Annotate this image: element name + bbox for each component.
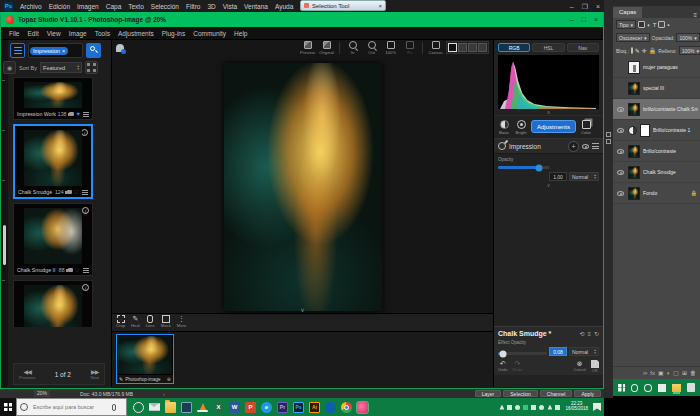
new-layer-icon[interactable]: ⊞ <box>682 370 687 376</box>
status-arrow-icon[interactable]: › <box>163 391 165 397</box>
chrome-icon[interactable] <box>341 402 352 413</box>
collapsed-panel-icon[interactable] <box>606 139 611 144</box>
visibility-toggle[interactable] <box>615 107 625 112</box>
tz-menu-plugins[interactable]: Plug-ins <box>162 30 185 37</box>
close-icon[interactable]: × <box>594 16 598 23</box>
opacity-value-dropdown[interactable]: 100%▾ <box>676 33 699 42</box>
tray-app-icon[interactable] <box>507 405 512 410</box>
apply-button[interactable]: Apply <box>574 390 601 397</box>
preset-search-box[interactable]: Impression × <box>28 43 83 58</box>
tz-menu-view[interactable]: View <box>47 30 61 37</box>
tz-menu-help[interactable]: Help <box>234 30 247 37</box>
ps-menu-ayuda[interactable]: Ayuda <box>275 3 293 10</box>
start-button[interactable] <box>0 398 16 416</box>
photoshop-taskbar-icon[interactable]: Ps <box>293 402 304 413</box>
filter-shape-icon[interactable] <box>658 21 665 28</box>
tz-menu-edit[interactable]: Edit <box>27 30 38 37</box>
ps-menu-seleccion[interactable]: Selección <box>151 3 179 10</box>
mask-tool-button[interactable]: Mask <box>161 315 171 328</box>
options-menu-icon[interactable] <box>592 143 599 148</box>
card-menu-icon[interactable] <box>83 112 89 117</box>
add-adjustment-icon[interactable]: + <box>568 141 579 152</box>
next-page-button[interactable]: ▶▶ Next <box>90 368 99 380</box>
canvas-button[interactable]: Canvas <box>427 41 444 55</box>
preview-button[interactable]: Preview <box>299 41 316 55</box>
search-filter-tag[interactable]: Impression × <box>30 47 68 55</box>
tray-app-icon[interactable] <box>515 405 520 410</box>
lock-all-icon[interactable]: 🔒 <box>649 48 657 54</box>
ps-menu-filtro[interactable]: Filtro <box>186 3 200 10</box>
split-view-button[interactable] <box>458 43 467 52</box>
layer-mask-thumbnail[interactable] <box>640 124 650 137</box>
close-icon[interactable]: × <box>378 3 382 9</box>
active-app-icon[interactable] <box>357 402 368 413</box>
layer-thumbnail[interactable] <box>628 61 640 74</box>
color-tab[interactable]: Color <box>579 120 593 135</box>
ps-menu-ventana[interactable]: Ventana <box>244 3 268 10</box>
original-button[interactable]: Original <box>318 41 335 55</box>
restore-icon[interactable]: □ <box>582 16 586 23</box>
card-menu-icon[interactable] <box>82 190 88 195</box>
taskbar-search[interactable] <box>16 398 127 416</box>
filter-type-dropdown[interactable]: Tipo▾ <box>616 20 636 29</box>
layer-button[interactable]: Layer <box>475 390 502 397</box>
task-view-button[interactable] <box>133 402 144 413</box>
layer-row[interactable]: Chalk Smudge <box>613 162 700 183</box>
filmstrip-thumbnail[interactable]: ✎ Photoshop-image ⊗ <box>116 334 174 384</box>
zoom-level[interactable]: 20% <box>34 390 50 397</box>
show-hidden-icons-icon[interactable] <box>499 405 504 410</box>
filter-adjustment-icon[interactable]: ◐ <box>647 22 651 28</box>
taskbar-search-input[interactable] <box>31 403 109 411</box>
ps-menu-imagen[interactable]: Imagen <box>77 3 99 10</box>
microphone-icon[interactable] <box>112 404 116 411</box>
more-tools-button[interactable]: ⋮ More <box>177 315 187 328</box>
preset-card-impression-workflow[interactable]: Impression Workflow 138 ♥ <box>13 77 93 120</box>
single-view-button[interactable] <box>448 43 457 52</box>
visibility-toggle[interactable] <box>615 170 625 175</box>
crop-tool-button[interactable]: Crop <box>116 315 125 328</box>
layer-effects-icon[interactable]: fx <box>650 370 655 376</box>
volume-icon[interactable] <box>555 405 560 410</box>
lock-transparency-icon[interactable] <box>631 47 633 54</box>
card-menu-icon[interactable] <box>83 268 89 273</box>
edge-icon[interactable]: e <box>261 402 272 413</box>
layer-row[interactable]: Brillo/contraste <box>613 141 700 162</box>
effect-opacity-value[interactable]: 0.08 <box>549 347 567 356</box>
sort-dropdown[interactable]: Featured ▴▾ <box>40 62 82 73</box>
channel-button[interactable]: Channel <box>540 390 573 397</box>
layer-thumbnail[interactable] <box>628 103 640 116</box>
topaz-titlebar[interactable]: Topaz Studio V1.10.1 - Photoshop-image @… <box>1 12 603 27</box>
side-by-side-view-button[interactable] <box>468 43 477 52</box>
collapse-chevron-icon[interactable]: ∧ <box>494 109 603 116</box>
layer-row[interactable]: Brillo/contraste 1 <box>613 120 700 141</box>
bright-tab[interactable]: Bright <box>514 120 528 135</box>
tz-menu-image[interactable]: Image <box>69 30 87 37</box>
tray-app-icon[interactable] <box>523 405 528 410</box>
remove-image-icon[interactable]: ⊗ <box>167 376 171 382</box>
ps-menu-texto[interactable]: Texto <box>128 3 144 10</box>
dual-view-button[interactable] <box>478 43 487 52</box>
remove-tag-icon[interactable]: × <box>62 48 65 54</box>
heal-tool-button[interactable]: ✎ Heal <box>131 315 140 328</box>
redo-button[interactable]: ↷ Redo <box>513 360 523 372</box>
adjustment-layer-icon[interactable]: ◐ <box>667 370 671 376</box>
adjustments-button[interactable]: Adjustments <box>531 120 576 133</box>
layer-thumbnail[interactable] <box>628 166 640 179</box>
effect-opacity-slider[interactable] <box>498 352 547 355</box>
thumbnail-size-button[interactable] <box>85 61 98 74</box>
visibility-eye-icon[interactable] <box>582 144 589 149</box>
preset-card-chalk-smudge[interactable]: i Chalk Smudge 124 ♡ <box>13 124 93 199</box>
notifications-bell-icon[interactable] <box>116 44 124 52</box>
visibility-toggle[interactable] <box>615 149 625 154</box>
lock-pixels-icon[interactable]: ✎ <box>635 48 640 54</box>
premiere-icon[interactable]: Pr <box>277 402 288 413</box>
powerpoint-icon[interactable]: P <box>245 402 256 413</box>
minimize-icon[interactable]: – <box>570 3 574 10</box>
effect-blend-dropdown[interactable]: Normal ▴▾ <box>569 347 599 356</box>
mail-app-icon[interactable] <box>658 384 667 392</box>
layer-row-selected[interactable]: brillo/contraste Chalk Smudge II <box>613 99 700 120</box>
fit-button[interactable]: Fit <box>401 41 418 55</box>
layer-thumbnail[interactable] <box>628 82 640 95</box>
tz-menu-tools[interactable]: Tools <box>95 30 110 37</box>
tz-menu-file[interactable]: File <box>9 30 19 37</box>
